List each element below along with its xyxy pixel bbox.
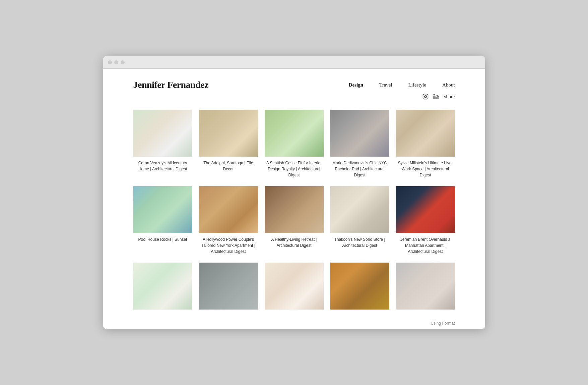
svg-rect-18 [231,128,248,156]
browser-chrome [103,56,485,69]
portfolio-item-8[interactable]: A Healthy-Living Retreat | Architectural… [265,186,324,255]
portfolio-item-12[interactable] [199,263,258,313]
portfolio-item-9[interactable]: Thakoon's New Soho Store | Architectural… [330,186,389,255]
portfolio-item-5[interactable]: Sylvie Millstein's Ultimate Live-Work Sp… [396,110,455,178]
svg-point-10 [173,123,186,136]
portfolio-item-6[interactable]: Pool House Rocks | Sunset [133,186,192,255]
portfolio-caption-1: Caron Veazey's Midcentury Home | Archite… [133,160,192,172]
social-bar: share [103,90,485,100]
svg-rect-26 [330,111,389,155]
svg-rect-42 [140,214,184,232]
portfolio-thumb-10 [396,186,455,233]
svg-rect-48 [226,200,255,232]
svg-rect-79 [265,264,324,308]
portfolio-item-13[interactable] [265,263,324,313]
svg-rect-71 [143,283,152,308]
portfolio-thumb-13 [265,263,324,310]
portfolio-item-10[interactable]: Jeremiah Brent Overhauls a Manhattan Apa… [396,186,455,255]
svg-rect-20 [265,133,324,156]
browser-window: Jennifer Fernandez Design Travel Lifesty… [103,56,485,329]
portfolio-caption-2: The Adelphi, Saratoga | Elle Decor [199,160,258,172]
svg-point-22 [275,114,313,140]
svg-point-2 [427,95,427,96]
svg-rect-25 [287,111,301,136]
svg-rect-7 [140,140,149,156]
traffic-light-maximize[interactable] [121,60,125,64]
portfolio-thumb-5 [396,110,455,157]
using-format-link[interactable]: Using Format [103,320,485,329]
svg-rect-51 [265,187,324,232]
svg-rect-87 [346,264,372,308]
svg-rect-38 [133,187,192,232]
svg-rect-91 [399,270,450,302]
svg-rect-77 [218,264,219,308]
traffic-light-close[interactable] [108,60,112,64]
portfolio-item-11[interactable] [133,263,192,313]
svg-rect-57 [330,187,389,232]
linkedin-icon[interactable] [433,94,439,100]
portfolio-item-4[interactable]: Mario Dedivanovic's Chic NYC Bachelor Pa… [330,110,389,178]
svg-rect-33 [396,133,455,156]
svg-rect-44 [199,187,258,232]
svg-rect-73 [199,264,258,308]
portfolio-thumb-11 [133,263,192,310]
svg-rect-45 [199,187,224,232]
svg-rect-3 [434,96,435,99]
svg-rect-28 [333,117,384,149]
svg-rect-69 [133,264,192,308]
nav-item-about[interactable]: About [442,82,455,88]
svg-point-66 [435,196,446,207]
portfolio-item-14[interactable] [330,263,389,313]
svg-point-24 [304,132,320,144]
svg-rect-63 [396,187,455,232]
svg-point-43 [140,216,185,229]
portfolio-thumb-2 [199,110,258,157]
svg-rect-92 [396,286,455,287]
svg-rect-50 [265,187,324,232]
svg-rect-76 [199,292,258,293]
svg-rect-80 [265,264,324,308]
portfolio-caption-6: Pool House Rocks | Sunset [133,236,192,242]
svg-rect-17 [208,130,224,155]
portfolio-item-1[interactable]: Caron Veazey's Midcentury Home | Archite… [133,110,192,178]
nav-item-travel[interactable]: Travel [379,82,392,88]
svg-rect-61 [330,213,389,232]
traffic-light-minimize[interactable] [114,60,118,64]
portfolio-item-15[interactable] [396,263,455,313]
svg-rect-65 [399,213,434,232]
svg-point-54 [286,189,302,205]
svg-rect-89 [396,264,455,308]
svg-rect-84 [330,264,389,308]
nav-item-design[interactable]: Design [349,82,363,88]
svg-rect-15 [212,120,245,124]
portfolio-thumb-14 [330,263,389,310]
svg-rect-27 [330,111,389,155]
site-header: Jennifer Fernandez Design Travel Lifesty… [103,69,485,90]
svg-point-88 [355,275,365,285]
portfolio-item-2[interactable]: The Adelphi, Saratoga | Elle Decor [199,110,258,178]
svg-rect-32 [396,111,455,155]
svg-rect-12 [199,111,258,155]
svg-rect-55 [277,216,309,232]
svg-point-1 [424,96,427,98]
svg-rect-58 [333,194,384,225]
share-button[interactable]: share [444,94,455,99]
site-title: Jennifer Fernandez [133,79,209,90]
portfolio-item-7[interactable]: A Hollywood Power Couple's Tailored New … [199,186,258,255]
portfolio-thumb-3 [265,110,324,157]
svg-rect-72 [159,276,165,308]
svg-rect-19 [265,111,324,155]
svg-rect-93 [425,264,426,308]
portfolio-item-3[interactable]: A Scottish Castle Fit for Interior Desig… [265,110,324,178]
svg-rect-30 [340,136,378,156]
portfolio-caption-8: A Healthy-Living Retreat | Architectural… [265,236,324,249]
svg-rect-64 [434,194,453,219]
portfolio-thumb-12 [199,263,258,310]
main-nav: Design Travel Lifestyle About [349,82,455,88]
svg-rect-70 [136,270,187,302]
svg-rect-62 [396,187,455,232]
instagram-icon[interactable] [422,94,429,100]
svg-rect-14 [205,123,252,155]
portfolio-thumb-8 [265,186,324,233]
nav-item-lifestyle[interactable]: Lifestyle [408,82,426,88]
